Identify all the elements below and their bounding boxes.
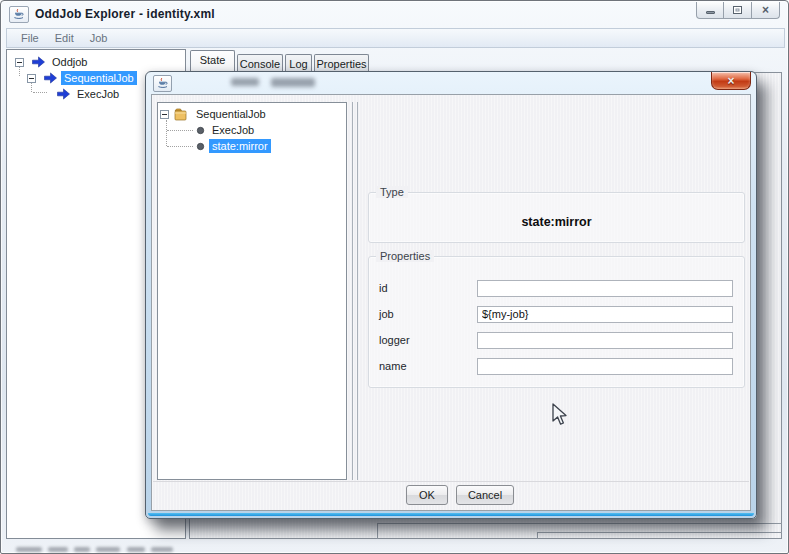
window-controls: × <box>696 2 780 19</box>
status-ghost-text <box>48 547 68 552</box>
node-dot-icon <box>194 124 206 137</box>
tab-label: State <box>200 54 226 66</box>
panel-edge <box>377 523 782 524</box>
id-field[interactable] <box>477 280 733 297</box>
titlebar-ghost <box>231 78 259 86</box>
collapse-icon[interactable] <box>15 58 24 67</box>
menu-job[interactable]: Job <box>82 30 116 46</box>
mouse-cursor <box>551 403 571 429</box>
ok-button[interactable]: OK <box>406 485 448 505</box>
split-divider[interactable] <box>352 102 358 480</box>
field-label: logger <box>369 334 477 346</box>
collapse-icon[interactable] <box>160 110 169 119</box>
blue-arrow-icon <box>55 88 71 101</box>
name-field[interactable] <box>477 358 733 375</box>
field-label: name <box>369 360 477 372</box>
status-ghost-text <box>96 547 120 552</box>
logger-field[interactable] <box>477 332 733 349</box>
dialog-content: SequentialJob ExecJob state:mirror Type … <box>151 94 751 511</box>
job-field[interactable] <box>477 306 733 323</box>
maximize-icon <box>733 6 742 14</box>
close-icon: × <box>727 75 734 87</box>
field-label: id <box>369 282 477 294</box>
folder-icon <box>174 108 190 121</box>
property-row-name: name <box>369 353 744 379</box>
property-row-job: job <box>369 301 744 327</box>
close-icon: × <box>762 4 769 16</box>
properties-groupbox: Properties id job logger name <box>368 256 745 388</box>
panel-edge <box>537 532 538 539</box>
menu-file[interactable]: File <box>13 30 47 46</box>
window-title: OddJob Explorer - identity.xml <box>35 7 215 21</box>
tab-label: Properties <box>316 58 366 70</box>
tree-item-label[interactable]: ExecJob <box>209 123 257 137</box>
dialog-button-bar: OK Cancel <box>153 481 749 509</box>
tree-item-execjob[interactable]: ExecJob <box>158 122 346 138</box>
type-value: state:mirror <box>369 215 744 229</box>
tree-item-label[interactable]: SequentialJob <box>61 71 137 85</box>
field-label: job <box>369 308 477 320</box>
java-cup-icon <box>157 77 169 91</box>
tree-item-label[interactable]: state:mirror <box>209 139 271 153</box>
app-icon-box <box>9 6 29 23</box>
tree-item-state-mirror[interactable]: state:mirror <box>158 138 346 154</box>
tab-label: Console <box>240 58 280 70</box>
status-ghost-text <box>16 547 42 552</box>
panel-edge <box>537 532 782 533</box>
dialog-bottom-accent <box>148 513 754 516</box>
property-row-id: id <box>369 275 744 301</box>
collapse-icon[interactable] <box>27 74 36 83</box>
tree-item-oddjob[interactable]: Oddjob <box>7 54 185 70</box>
dialog-titlebar[interactable]: × <box>146 72 756 94</box>
group-title: Type <box>376 186 408 198</box>
cancel-button[interactable]: Cancel <box>456 485 514 505</box>
status-ghost-text <box>127 547 145 552</box>
property-row-logger: logger <box>369 327 744 353</box>
titlebar-ghost <box>271 78 315 87</box>
group-title: Properties <box>376 250 434 262</box>
panel-edge <box>377 523 378 539</box>
tree-item-label[interactable]: ExecJob <box>74 87 122 101</box>
tab-label: Log <box>289 58 307 70</box>
tree-item-label[interactable]: Oddjob <box>49 55 90 69</box>
java-cup-icon <box>13 8 25 22</box>
tree-item-sequentialjob[interactable]: SequentialJob <box>158 106 346 122</box>
node-dot-icon <box>194 140 206 153</box>
type-groupbox: Type state:mirror <box>368 192 745 243</box>
blue-arrow-icon <box>42 72 58 85</box>
main-titlebar[interactable]: OddJob Explorer - identity.xml × <box>2 2 789 26</box>
minimize-icon <box>706 11 715 14</box>
status-ghost-text <box>151 547 173 552</box>
designer-dialog: × SequentialJob <box>145 71 757 519</box>
close-button[interactable]: × <box>752 2 780 19</box>
tab-state[interactable]: State <box>190 50 235 73</box>
dialog-icon-box <box>153 75 172 92</box>
menubar: File Edit Job <box>6 28 785 48</box>
dialog-close-button[interactable]: × <box>711 72 751 90</box>
status-ghost-text <box>74 547 90 552</box>
tree-item-label[interactable]: SequentialJob <box>193 107 269 121</box>
blue-arrow-icon <box>30 56 46 69</box>
menu-edit[interactable]: Edit <box>47 30 82 46</box>
maximize-button[interactable] <box>724 2 752 19</box>
minimize-button[interactable] <box>696 2 724 19</box>
dialog-tree-panel: SequentialJob ExecJob state:mirror <box>157 102 347 480</box>
